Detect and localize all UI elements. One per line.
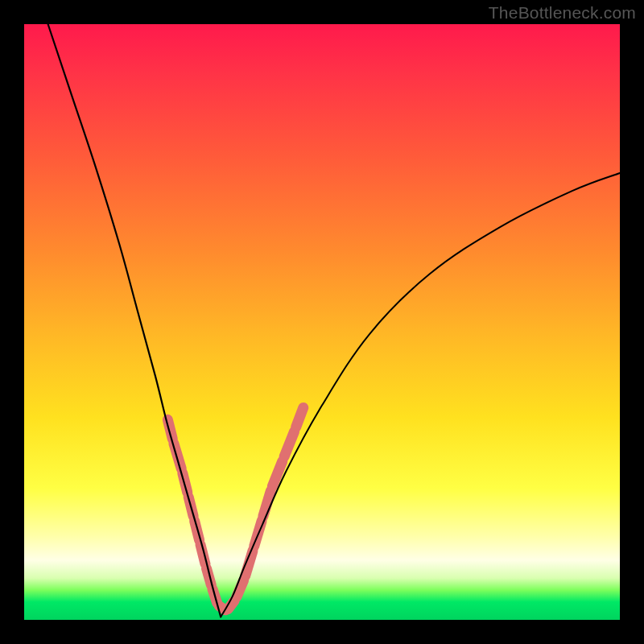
watermark-text: TheBottleneck.com [489, 3, 636, 23]
marker-group [167, 407, 303, 609]
marker-segment [284, 431, 295, 456]
marker-segment [174, 444, 181, 469]
curve-layer [24, 24, 620, 620]
chart-frame: TheBottleneck.com [0, 0, 644, 644]
marker-segment [296, 407, 303, 427]
curve-right-branch [221, 173, 620, 617]
